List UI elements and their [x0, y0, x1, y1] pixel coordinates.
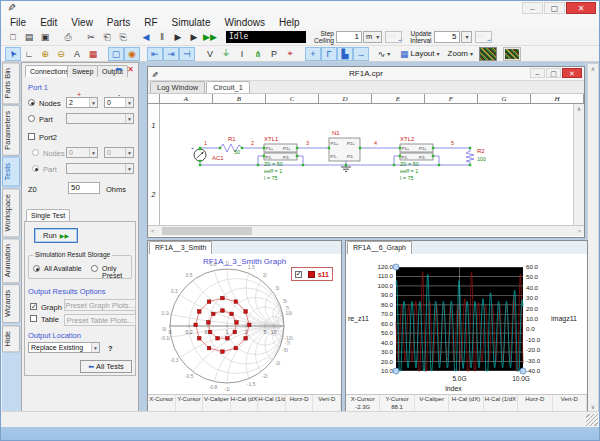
node-highlight-button[interactable]: ◉	[124, 47, 140, 61]
step-ceiling-input[interactable]: 1	[336, 31, 362, 43]
port2-checkbox[interactable]	[28, 133, 35, 140]
bitmap-tool-button-2[interactable]	[503, 47, 521, 61]
sidebar-tab-wizards[interactable]: Wizards	[2, 284, 20, 323]
cross-cursor-button[interactable]: +	[305, 47, 321, 61]
mdi-vertical-scrollbar[interactable]: ∧ ∨	[587, 63, 599, 412]
sidebar-tab-tests[interactable]: Tests	[2, 157, 20, 187]
scroll-left-icon[interactable]: <	[151, 228, 155, 234]
port1-node-b-select[interactable]: 0▼	[104, 97, 134, 108]
dock-handle-button[interactable]	[385, 31, 402, 43]
scrollbar-thumb[interactable]	[162, 227, 252, 235]
wire-button[interactable]: ∟	[21, 47, 37, 61]
open-button[interactable]: ▤	[21, 30, 37, 44]
port1-node-a-select[interactable]: 2▼	[66, 97, 98, 108]
smith-tab[interactable]: RF1A__3_Smith	[149, 241, 212, 254]
circuit-minimize-button[interactable]: –	[530, 68, 545, 78]
menu-parts[interactable]: Parts	[100, 16, 137, 29]
z0-input[interactable]: 50	[68, 182, 100, 194]
corner-shape-button[interactable]: Γ	[321, 47, 337, 61]
output-location-select[interactable]: Replace Existing▼	[28, 342, 100, 353]
align-right-button[interactable]: ⊣	[179, 47, 195, 61]
layout-button[interactable]: ▦ Layout ▾	[400, 49, 440, 59]
close-panel-button[interactable]: ✕	[127, 65, 134, 74]
help-label[interactable]: ?	[108, 344, 113, 353]
menu-view[interactable]: View	[64, 16, 100, 29]
zoom-in-button[interactable]: ⊕	[37, 47, 53, 61]
dock-handle-button-2[interactable]	[475, 31, 492, 43]
circuit-maximize-button[interactable]: ▢	[546, 68, 561, 78]
all-available-radio[interactable]	[33, 265, 40, 272]
current-probe-button[interactable]: I	[234, 47, 250, 61]
step-into-button[interactable]: ▶	[170, 30, 186, 44]
tests-tab-output[interactable]: Output	[97, 65, 128, 77]
voltage-probe-button[interactable]: V	[202, 47, 218, 61]
step-ceiling-unit-select[interactable]: m ▾	[363, 31, 382, 43]
menu-file[interactable]: File	[3, 16, 33, 29]
transistor-button[interactable]: ⋔	[250, 47, 266, 61]
menu-windows[interactable]: Windows	[217, 16, 272, 29]
tab-log-window[interactable]: Log Window	[150, 81, 205, 93]
zoom-out-button[interactable]: ⊖	[53, 47, 69, 61]
scroll-right-icon[interactable]: >	[577, 228, 581, 234]
text-tool-button[interactable]: A	[69, 47, 85, 61]
cut-button[interactable]: ✂	[83, 30, 99, 44]
table-checkbox[interactable]	[30, 315, 37, 322]
copy-button[interactable]: ⎗	[99, 30, 115, 44]
circuit-window-titlebar[interactable]: ✎ RF1A.cpr – ▢ ✕	[148, 67, 584, 81]
step-back-button[interactable]: ◀	[138, 30, 154, 44]
menu-simulate[interactable]: Simulate	[165, 16, 218, 29]
ground-button[interactable]: ⏚	[218, 47, 234, 61]
schematic-canvas[interactable]: +P1+P2+P1-P2-XTL1Z0 = 50eeff = 1l = 75P1…	[160, 104, 573, 225]
play-button[interactable]: ▶	[186, 30, 202, 44]
close-button[interactable]: ✕	[566, 2, 596, 14]
sidebar-tab-hide[interactable]: Hide	[2, 325, 20, 352]
new-button[interactable]: □	[5, 30, 21, 44]
scroll-up-icon[interactable]: ∧	[588, 65, 598, 72]
circuit-horizontal-scrollbar[interactable]: < >	[148, 225, 584, 236]
paste-button[interactable]: ⎘	[115, 30, 131, 44]
sidebar-tab-animation[interactable]: Animation	[2, 238, 20, 283]
grid-toggle-button[interactable]: ▢	[108, 47, 124, 61]
sidebar-tab-parts-bin[interactable]: Parts Bin	[2, 62, 20, 104]
sidebar-tab-workspace[interactable]: Workspace	[2, 188, 20, 237]
power-probe-button[interactable]: P	[266, 47, 282, 61]
zoom-button[interactable]: Zoom ▾	[448, 49, 473, 58]
resize-grip[interactable]	[586, 414, 598, 426]
bar-graph-button[interactable]: ▙	[337, 47, 353, 61]
bitmap-tool-button-1[interactable]	[479, 47, 497, 61]
run-button[interactable]: Run ▶▶	[34, 228, 78, 243]
graph-checkbox[interactable]	[30, 303, 37, 310]
diff-probe-button[interactable]: ⌖	[282, 47, 298, 61]
minimize-button[interactable]: –	[522, 2, 543, 14]
menu-help[interactable]: Help	[272, 16, 307, 29]
only-preset-radio[interactable]	[91, 265, 98, 272]
scroll-up-icon[interactable]: ∧	[574, 105, 584, 112]
tab-circuit_1[interactable]: Circuit_1	[206, 81, 250, 93]
menu-rf[interactable]: RF	[137, 16, 164, 29]
all-tests-button[interactable]: ⬅ All Tests	[80, 360, 132, 373]
sidebar-tab-parameters[interactable]: Parameters	[2, 105, 20, 156]
select-pointer-button[interactable]: ➤	[5, 47, 21, 61]
update-interval-select[interactable]: ▾	[461, 31, 472, 43]
probe-style-button[interactable]: ∿▾	[376, 47, 392, 61]
arrow-shape-button[interactable]: →	[353, 47, 369, 61]
pin-panel-button[interactable]: ⬅	[115, 65, 122, 74]
align-left-button[interactable]: ⇤	[147, 47, 163, 61]
port1-nodes-radio[interactable]	[28, 99, 35, 106]
update-interval-input[interactable]: 5	[434, 31, 460, 43]
print-button[interactable]: ⎙	[60, 30, 76, 44]
pause-button[interactable]: ‖	[154, 30, 170, 44]
tests-tab-sweep[interactable]: Sweep	[67, 65, 98, 77]
menu-edit[interactable]: Edit	[33, 16, 64, 29]
part-button[interactable]: ▦	[85, 47, 101, 61]
align-mid-button[interactable]: ⇥	[163, 47, 179, 61]
save-button[interactable]: ▣	[37, 30, 53, 44]
single-test-tab[interactable]: Single Test	[26, 209, 70, 221]
graph-tab[interactable]: RF1A__6_Graph	[347, 241, 412, 254]
circuit-close-button[interactable]: ✕	[562, 68, 582, 78]
maximize-button[interactable]: ▢	[544, 2, 565, 14]
circuit-vertical-scrollbar[interactable]: ∧	[573, 104, 584, 225]
scroll-down-icon[interactable]: ∨	[588, 403, 598, 410]
run-fast-button[interactable]: ▶▶	[202, 30, 218, 44]
port1-part-radio[interactable]	[28, 115, 35, 122]
